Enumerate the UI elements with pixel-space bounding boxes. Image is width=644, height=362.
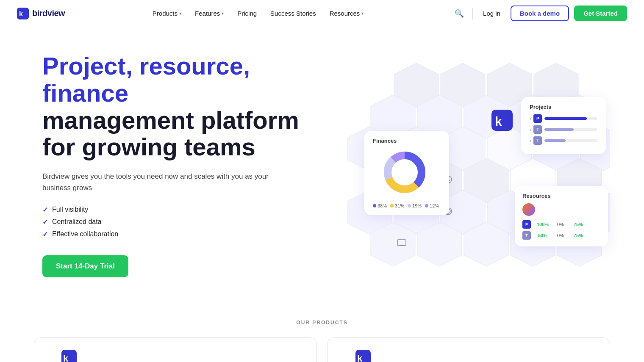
resources-card: Resources P 100% 0% 75% T 50% 0% 75%: [515, 186, 608, 246]
projects-card: Projects › P › T › T: [521, 97, 606, 154]
legend-dot: [390, 204, 394, 207]
project-bar: [544, 128, 574, 131]
checkmark-icon: ✓: [42, 206, 48, 214]
check-full-visibility: ✓ Full visibility: [42, 206, 330, 214]
product-logo-pm: k birdview project management: [46, 350, 92, 362]
project-row: › T: [530, 136, 597, 145]
hero-title: Project, resource, financemanagement pla…: [42, 53, 330, 160]
nav-right: 🔍 Log in Book a demo Get Started: [451, 6, 627, 22]
donut-label-19: 19%: [408, 203, 422, 208]
resources-avatar-row: [522, 203, 600, 216]
project-bar-wrap: [544, 139, 597, 142]
logo-text: birdview: [32, 8, 65, 18]
svg-marker-2: [347, 55, 390, 97]
chevron-icon: ›: [530, 138, 531, 143]
search-button[interactable]: 🔍: [451, 6, 467, 22]
projects-card-title: Projects: [530, 104, 597, 110]
project-bar: [544, 117, 587, 120]
finance-card: Finances 38%: [364, 131, 449, 215]
resource-avatar: [522, 203, 535, 216]
nav-links: Products ▾ Features ▾ Pricing Success St…: [147, 6, 370, 20]
nav-success-stories[interactable]: Success Stories: [264, 6, 322, 20]
resources-row: T 50% 0% 75%: [522, 231, 600, 240]
res-val: 100%: [535, 222, 550, 227]
check-label: Full visibility: [52, 206, 88, 213]
nav-features[interactable]: Features ▾: [189, 6, 230, 20]
project-bar: [544, 139, 566, 142]
search-icon: 🔍: [455, 9, 464, 18]
donut-label-31: 31%: [390, 203, 404, 208]
res-val: 0%: [553, 233, 568, 238]
chevron-icon: ›: [530, 116, 531, 121]
hero-checklist: ✓ Full visibility ✓ Centralized data ✓ E…: [42, 206, 330, 238]
navbar: k birdview Products ▾ Features ▾ Pricing…: [0, 0, 644, 27]
hero-title-part2: management platform: [42, 106, 299, 134]
legend-dot: [373, 204, 376, 207]
project-bar-wrap: [544, 117, 597, 120]
hero-subtitle: Birdview gives you the tools you need no…: [42, 171, 280, 193]
resources-row: P 100% 0% 75%: [522, 220, 600, 229]
checkmark-icon: ✓: [42, 230, 48, 238]
chevron-icon: ›: [530, 127, 531, 132]
get-started-button[interactable]: Get Started: [574, 6, 627, 21]
svg-text:k: k: [495, 114, 502, 128]
donut-label-38: 38%: [373, 203, 387, 208]
product-icon-pm: k: [61, 350, 77, 362]
svg-text:k: k: [357, 353, 363, 362]
logo-link[interactable]: k birdview: [17, 8, 65, 19]
resource-badge-t: T: [522, 231, 531, 240]
donut-legend: 38% 31% 19% 12%: [373, 203, 441, 208]
trial-cta-button[interactable]: Start 14-Day Trial: [42, 255, 128, 277]
check-label: Centralized data: [52, 218, 102, 226]
check-effective-collaboration: ✓ Effective collaboration: [42, 230, 330, 238]
product-card-pm[interactable]: k birdview project management: [34, 337, 317, 362]
nav-products[interactable]: Products ▾: [147, 6, 187, 20]
nav-resources[interactable]: Resources ▾: [324, 6, 370, 20]
hero-illustration: k: [347, 55, 610, 275]
project-badge-t2: T: [533, 136, 542, 145]
res-val: 75%: [571, 233, 586, 238]
chevron-down-icon: ▾: [222, 11, 224, 16]
nav-divider: [472, 8, 473, 19]
products-section: OUR PRODUCTS k birdview project manageme…: [0, 303, 644, 362]
logo-icon: k: [17, 8, 29, 19]
project-badge-t: T: [533, 125, 542, 134]
legend-dot: [425, 204, 428, 207]
donut-chart: [381, 149, 432, 200]
product-logo-ps: k birdview professional services: [339, 350, 387, 362]
product-icon-ps: k: [355, 350, 371, 362]
project-row: › T: [530, 125, 597, 134]
res-val: 50%: [535, 233, 550, 238]
project-badge-p: P: [533, 114, 542, 123]
checkmark-icon: ✓: [42, 218, 48, 226]
svg-text:k: k: [19, 10, 23, 17]
chevron-down-icon: ▾: [179, 11, 181, 16]
product-card-ps[interactable]: k birdview professional services: [327, 337, 610, 362]
resource-badge-p: P: [522, 220, 531, 229]
chevron-down-icon: ▾: [361, 11, 364, 16]
hero-title-colored: Project, resource, finance: [42, 52, 250, 107]
res-val: 75%: [571, 222, 586, 227]
book-demo-button[interactable]: Book a demo: [511, 6, 569, 21]
svg-text:k: k: [63, 353, 69, 362]
login-button[interactable]: Log in: [478, 6, 505, 20]
legend-dot: [408, 204, 411, 207]
hero-title-part3: for growing teams: [42, 133, 255, 160]
resources-card-title: Resources: [522, 193, 600, 199]
nav-pricing[interactable]: Pricing: [231, 6, 263, 20]
project-row: › P: [530, 114, 597, 123]
res-val: 0%: [553, 222, 568, 227]
finance-card-title: Finances: [373, 138, 441, 144]
donut-label-12: 12%: [425, 203, 439, 208]
hero-content: Project, resource, financemanagement pla…: [42, 53, 330, 277]
hero-section: Project, resource, financemanagement pla…: [0, 27, 644, 303]
check-label: Effective collaboration: [52, 230, 118, 238]
products-grid: k birdview project management k birdview…: [34, 337, 610, 362]
products-section-label: OUR PRODUCTS: [34, 320, 610, 326]
project-bar-wrap: [544, 128, 597, 131]
check-centralized-data: ✓ Centralized data: [42, 218, 330, 226]
